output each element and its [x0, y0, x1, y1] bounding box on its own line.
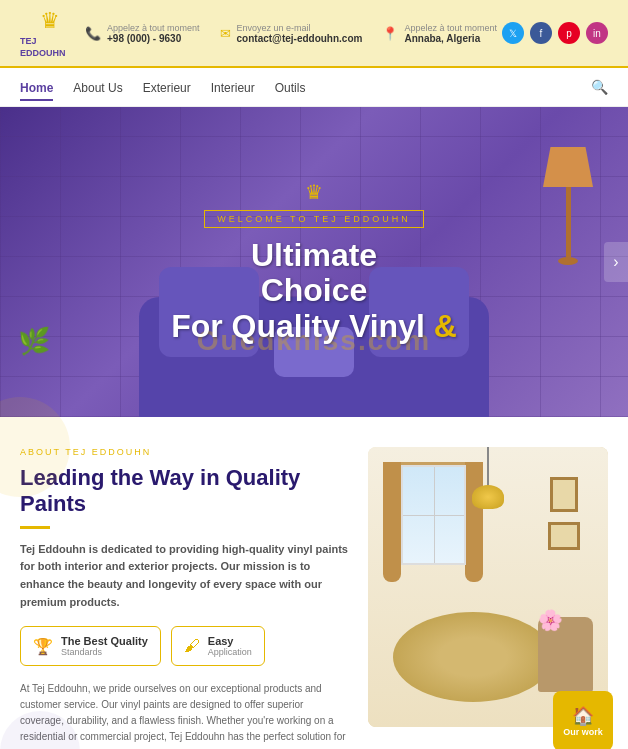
house-icon: 🏠: [572, 705, 594, 727]
hero-subtitle: WELCOME TO TEJ EDDOUHN: [204, 210, 424, 228]
brand-name: TEJ EDDOUHN: [20, 36, 66, 58]
search-icon[interactable]: 🔍: [591, 79, 608, 95]
location-label: Appelez à tout moment: [404, 23, 497, 33]
phone-value: +98 (000) - 9630: [107, 33, 200, 44]
phone-icon: 📞: [85, 26, 101, 41]
quality-badge[interactable]: 🏆 The Best Quality Standards: [20, 626, 161, 666]
corner-badge-label: Our work: [563, 727, 603, 737]
hero-title-line1: Ultimate: [251, 237, 377, 273]
email-label: Envoyez un e-mail: [237, 23, 363, 33]
email-icon: ✉: [220, 26, 231, 41]
about-image-right: 🌸 🏠 Our work: [368, 447, 608, 749]
twitter-button[interactable]: 𝕏: [502, 22, 524, 44]
about-section: ABOUT TEJ EDDOUHN Leading the Way in Qua…: [0, 417, 628, 749]
application-sublabel: Application: [208, 647, 252, 657]
instagram-button[interactable]: in: [586, 22, 608, 44]
hero-lamp: [543, 147, 593, 265]
about-title: Leading the Way in Quality Paints: [20, 465, 348, 518]
facebook-button[interactable]: f: [530, 22, 552, 44]
hero-title: Ultimate Choice For Quality Vinyl &: [171, 238, 457, 344]
nav-item-home[interactable]: Home: [20, 78, 53, 96]
contact-info: 📞 Appelez à tout moment +98 (000) - 9630…: [80, 23, 502, 44]
hero-content: ♛ WELCOME TO TEJ EDDOUHN Ultimate Choice…: [171, 180, 457, 344]
phone-contact: 📞 Appelez à tout moment +98 (000) - 9630: [85, 23, 200, 44]
corner-work-badge[interactable]: 🏠 Our work: [553, 691, 613, 749]
nav-item-interieur[interactable]: Interieur: [211, 78, 255, 96]
hero-plant: 🌿: [18, 326, 50, 357]
about-divider: [20, 526, 50, 529]
hero-title-line2: Choice: [261, 272, 368, 308]
about-description: Tej Eddouhn is dedicated to providing hi…: [20, 541, 348, 611]
about-room-image: 🌸: [368, 447, 608, 727]
quality-sublabel: Standards: [61, 647, 148, 657]
pinterest-button[interactable]: p: [558, 22, 580, 44]
navbar: Home About Us Exterieur Interieur Outils…: [0, 68, 628, 107]
logo-crown: ♛: [20, 8, 80, 34]
location-icon: 📍: [382, 26, 398, 41]
hero-crown-icon: ♛: [171, 180, 457, 204]
about-content-left: ABOUT TEJ EDDOUHN Leading the Way in Qua…: [20, 447, 348, 749]
quality-icon: 🏆: [33, 637, 53, 656]
about-badges: 🏆 The Best Quality Standards 🖌 Easy Appl…: [20, 626, 348, 666]
application-icon: 🖌: [184, 637, 200, 655]
hero-section: 🌿 ♛ WELCOME TO TEJ EDDOUHN Ultimate Choi…: [0, 107, 628, 417]
nav-item-exterieur[interactable]: Exterieur: [143, 78, 191, 96]
phone-label: Appelez à tout moment: [107, 23, 200, 33]
logo: ♛ TEJ EDDOUHN: [20, 8, 80, 58]
location-contact: 📍 Appelez à tout moment Annaba, Algeria: [382, 23, 497, 44]
hero-title-line3: For Quality Vinyl: [171, 308, 425, 344]
email-value: contact@tej-eddouhn.com: [237, 33, 363, 44]
nav-item-about[interactable]: About Us: [73, 78, 122, 96]
email-contact: ✉ Envoyez un e-mail contact@tej-eddouhn.…: [220, 23, 363, 44]
hero-ampersand: &: [434, 308, 457, 344]
application-label: Easy: [208, 635, 252, 647]
location-value: Annaba, Algeria: [404, 33, 497, 44]
application-badge[interactable]: 🖌 Easy Application: [171, 626, 265, 666]
nav-item-outils[interactable]: Outils: [275, 78, 306, 96]
social-links: 𝕏 f p in: [502, 22, 608, 44]
hero-next-arrow[interactable]: ›: [604, 242, 628, 282]
nav-links: Home About Us Exterieur Interieur Outils: [20, 78, 305, 96]
quality-label: The Best Quality: [61, 635, 148, 647]
top-bar: ♛ TEJ EDDOUHN 📞 Appelez à tout moment +9…: [0, 0, 628, 68]
